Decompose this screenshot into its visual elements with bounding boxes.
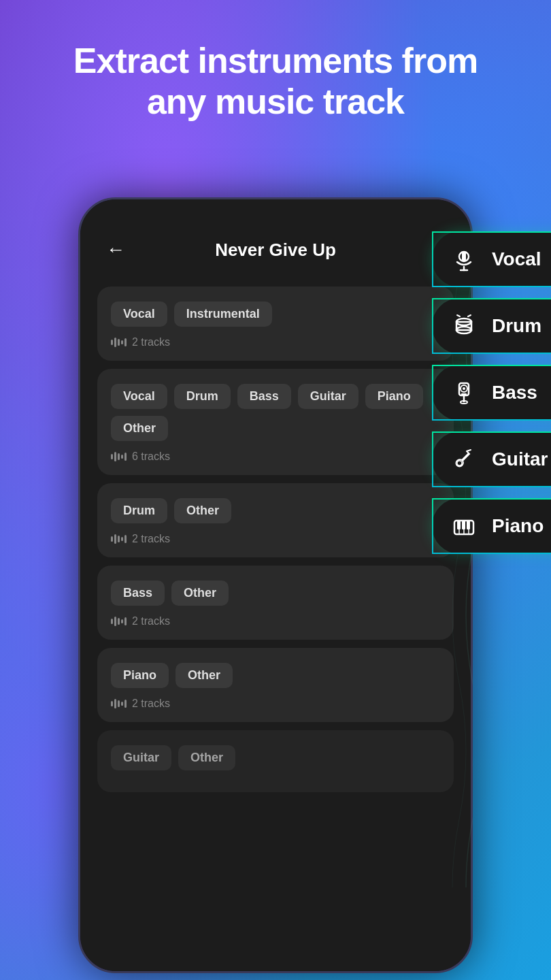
track-card-3: Drum Other 2 tracks (97, 483, 454, 557)
track-count-5: 2 tracks (132, 698, 170, 710)
tracks-container: Vocal Instrumental 2 tracks (80, 280, 471, 799)
track-count-3: 2 tracks (132, 533, 170, 545)
tag-drum-3[interactable]: Drum (111, 498, 167, 523)
tags-row-2: Vocal Drum Bass Guitar Piano Other (111, 384, 440, 441)
track-info-4: 2 tracks (111, 615, 440, 627)
phone-frame: ← Never Give Up Vocal Instrumental (78, 197, 473, 973)
tag-other-3[interactable]: Other (174, 498, 231, 523)
waveform-icon-1 (111, 338, 127, 347)
tag-guitar-2[interactable]: Guitar (298, 384, 358, 409)
bass-label: Bass (492, 382, 537, 404)
tags-row-4: Bass Other (111, 581, 440, 606)
vocal-label: Vocal (492, 248, 541, 270)
tag-instrumental-1[interactable]: Instrumental (174, 301, 272, 327)
tags-row-5: Piano Other (111, 663, 440, 688)
drum-label: Drum (492, 315, 541, 337)
tags-row-1: Vocal Instrumental (111, 301, 440, 327)
track-card-4: Bass Other 2 tracks (97, 566, 454, 640)
phone-screen: ← Never Give Up Vocal Instrumental (80, 199, 471, 971)
tag-other-6[interactable]: Other (178, 745, 235, 770)
svg-rect-1 (462, 252, 466, 261)
guitar-label: Guitar (492, 448, 548, 470)
tag-vocal-1[interactable]: Vocal (111, 301, 167, 327)
piano-button[interactable]: Piano (432, 498, 551, 554)
svg-point-12 (463, 387, 465, 390)
screen-header: ← Never Give Up (80, 199, 471, 280)
track-card-1: Vocal Instrumental 2 tracks (97, 287, 454, 361)
track-info-5: 2 tracks (111, 698, 440, 710)
tag-bass-2[interactable]: Bass (237, 384, 291, 409)
track-info-3: 2 tracks (111, 533, 440, 545)
waveform-icon-2 (111, 452, 127, 461)
vocal-icon (447, 242, 481, 276)
tags-row-3: Drum Other (111, 498, 440, 523)
waveform-icon-3 (111, 534, 127, 544)
track-count-4: 2 tracks (132, 615, 170, 627)
piano-label: Piano (492, 515, 544, 537)
track-info-1: 2 tracks (111, 336, 440, 348)
waveform-icon-4 (111, 617, 127, 626)
tag-other-2[interactable]: Other (111, 416, 168, 441)
svg-point-15 (457, 461, 462, 466)
bass-icon (447, 376, 481, 410)
track-count-1: 2 tracks (132, 336, 170, 348)
piano-icon (447, 509, 481, 543)
svg-line-7 (468, 315, 471, 316)
bass-button[interactable]: Bass (432, 365, 551, 421)
svg-line-8 (457, 315, 460, 316)
tag-drum-2[interactable]: Drum (174, 384, 231, 409)
drum-icon (447, 309, 481, 343)
hero-title: Extract instruments from any music track (0, 0, 551, 143)
tag-piano-5[interactable]: Piano (111, 663, 169, 688)
phone-device: ← Never Give Up Vocal Instrumental (78, 197, 473, 973)
tag-other-4[interactable]: Other (171, 581, 229, 606)
svg-line-16 (467, 450, 471, 451)
waveform-icon-5 (111, 699, 127, 708)
guitar-button[interactable]: Guitar (432, 431, 551, 487)
tag-other-5[interactable]: Other (176, 663, 233, 688)
tag-piano-2[interactable]: Piano (365, 384, 423, 409)
track-count-2: 6 tracks (132, 451, 170, 463)
track-card-6: Guitar Other (97, 730, 454, 792)
tag-vocal-2[interactable]: Vocal (111, 384, 167, 409)
screen-title: Never Give Up (215, 240, 336, 261)
instrument-buttons-panel: Vocal Drum (432, 231, 551, 554)
vocal-button[interactable]: Vocal (432, 231, 551, 287)
track-card-2: Vocal Drum Bass Guitar Piano Other (97, 369, 454, 475)
drum-button[interactable]: Drum (432, 298, 551, 354)
track-info-2: 6 tracks (111, 451, 440, 463)
track-card-5: Piano Other 2 tracks (97, 648, 454, 722)
guitar-icon (447, 442, 481, 476)
tags-row-6: Guitar Other (111, 745, 440, 770)
back-button[interactable]: ← (101, 233, 131, 266)
tag-bass-4[interactable]: Bass (111, 581, 165, 606)
tag-guitar-6[interactable]: Guitar (111, 745, 171, 770)
